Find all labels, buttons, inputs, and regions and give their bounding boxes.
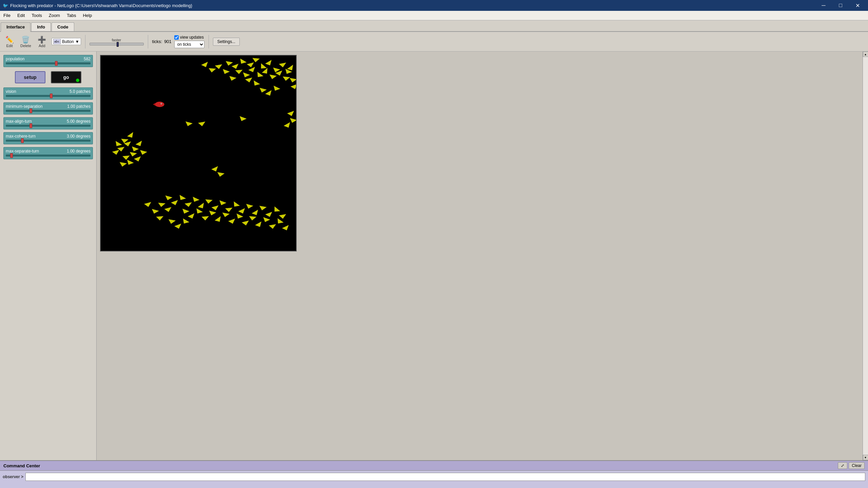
expand-command-button[interactable]: ⤢ [838, 462, 847, 469]
max-align-value: 5.00 degrees [67, 119, 91, 124]
svg-marker-79 [249, 216, 256, 221]
close-button[interactable]: ✕ [850, 0, 865, 11]
menu-help[interactable]: Help [79, 12, 95, 19]
svg-marker-6 [265, 60, 274, 67]
minimize-button[interactable]: ─ [816, 0, 831, 11]
go-button[interactable]: go [51, 71, 81, 83]
svg-marker-73 [208, 210, 216, 216]
svg-marker-67 [158, 203, 165, 207]
menubar: File Edit Tools Zoom Tabs Help [0, 11, 868, 20]
svg-marker-63 [259, 206, 267, 211]
toolbar-edit-group: ✏️ Edit 🗑️ Delete ➕ Add [3, 35, 49, 48]
max-separate-label: max-separate-turn [6, 149, 39, 154]
svg-marker-32 [153, 103, 155, 106]
tabbar: Interface Info Code [0, 20, 868, 32]
svg-marker-86 [156, 216, 164, 221]
svg-marker-98 [284, 122, 292, 129]
min-sep-thumb[interactable] [29, 108, 32, 113]
svg-marker-87 [168, 219, 176, 225]
svg-marker-74 [215, 216, 223, 224]
max-cohere-slider-track[interactable] [6, 140, 91, 142]
svg-point-34 [161, 103, 162, 104]
view-updates-area: view updates on ticks continuous [174, 35, 204, 48]
population-thumb[interactable] [55, 61, 58, 66]
svg-marker-82 [269, 224, 277, 230]
simulation-canvas[interactable] [100, 55, 297, 251]
speed-thumb[interactable] [117, 42, 119, 47]
main-content: population 582 setup go vision 5.0 patch… [0, 52, 868, 460]
svg-marker-4 [252, 58, 260, 63]
speed-area: faster [90, 38, 144, 45]
max-cohere-thumb[interactable] [21, 138, 24, 143]
menu-edit[interactable]: Edit [14, 12, 28, 19]
maximize-button[interactable]: □ [833, 0, 848, 11]
command-input-row: observer > [0, 471, 868, 483]
clear-command-button[interactable]: Clear [849, 462, 865, 469]
svg-marker-68 [164, 207, 172, 213]
menu-tabs[interactable]: Tabs [63, 12, 79, 19]
delete-button[interactable]: 🗑️ Delete [18, 35, 33, 48]
svg-marker-29 [265, 90, 274, 97]
scroll-up-button[interactable]: ▲ [863, 52, 868, 57]
svg-marker-15 [269, 75, 277, 80]
svg-marker-36 [131, 146, 139, 153]
svg-marker-25 [201, 62, 210, 68]
delete-icon: 🗑️ [21, 36, 30, 44]
min-sep-slider-widget: minimum-separation 1.00 patches [3, 102, 93, 115]
svg-marker-30 [272, 86, 280, 93]
svg-marker-95 [217, 172, 225, 178]
go-indicator [76, 79, 79, 82]
svg-marker-64 [265, 212, 274, 218]
command-input[interactable] [25, 473, 865, 481]
widget-type-dropdown[interactable]: abc Button ▼ [52, 38, 81, 45]
svg-marker-19 [228, 76, 236, 82]
view-updates-checkbox[interactable] [174, 35, 179, 40]
svg-marker-92 [198, 122, 206, 127]
svg-marker-11 [242, 73, 250, 79]
menu-zoom[interactable]: Zoom [45, 12, 63, 19]
max-separate-thumb[interactable] [10, 153, 13, 158]
scroll-down-button[interactable]: ▼ [863, 455, 868, 460]
vision-label: vision [6, 89, 16, 94]
edit-icon: ✏️ [5, 36, 14, 44]
max-separate-slider-track[interactable] [6, 155, 91, 157]
tab-info[interactable]: Info [31, 22, 51, 31]
titlebar-controls: ─ □ ✕ [816, 0, 865, 11]
titlebar: 🐦 Flocking with predator - NetLogo {C:\U… [0, 0, 868, 11]
svg-marker-27 [291, 84, 296, 90]
svg-marker-59 [232, 201, 240, 209]
tab-code[interactable]: Code [52, 22, 74, 31]
command-center-header: Command Center ⤢ Clear [0, 461, 868, 471]
svg-marker-78 [242, 221, 250, 226]
on-ticks-dropdown[interactable]: on ticks continuous [174, 41, 204, 48]
vision-slider-track[interactable] [6, 95, 91, 97]
settings-button[interactable]: Settings... [213, 38, 240, 46]
max-align-label: max-align-turn [6, 119, 32, 124]
tab-interface[interactable]: Interface [1, 22, 31, 32]
svg-marker-75 [222, 212, 230, 218]
svg-marker-84 [282, 225, 291, 232]
menu-file[interactable]: File [0, 12, 14, 19]
menu-tools[interactable]: Tools [28, 12, 45, 19]
speed-slider[interactable] [90, 43, 144, 45]
svg-marker-91 [238, 116, 247, 123]
svg-marker-62 [252, 210, 260, 217]
max-align-slider-widget: max-align-turn 5.00 degrees [3, 117, 93, 129]
population-slider-track[interactable] [6, 62, 91, 64]
svg-marker-76 [228, 219, 237, 225]
setup-button[interactable]: setup [15, 71, 45, 83]
min-sep-slider-track[interactable] [6, 110, 91, 112]
svg-marker-70 [188, 213, 196, 220]
max-align-thumb[interactable] [29, 123, 32, 128]
svg-marker-90 [144, 202, 152, 208]
vision-thumb[interactable] [50, 94, 53, 98]
command-buttons: ⤢ Clear [838, 462, 865, 469]
svg-marker-66 [279, 214, 287, 220]
window-title: Flocking with predator - NetLogo {C:\Use… [10, 3, 192, 8]
edit-button[interactable]: ✏️ Edit [3, 35, 16, 48]
scrollbar-track[interactable] [863, 57, 868, 455]
max-align-slider-track[interactable] [6, 125, 91, 127]
add-button[interactable]: ➕ Add [35, 35, 49, 48]
app-icon: 🐦 [3, 3, 8, 8]
svg-marker-57 [218, 200, 226, 207]
